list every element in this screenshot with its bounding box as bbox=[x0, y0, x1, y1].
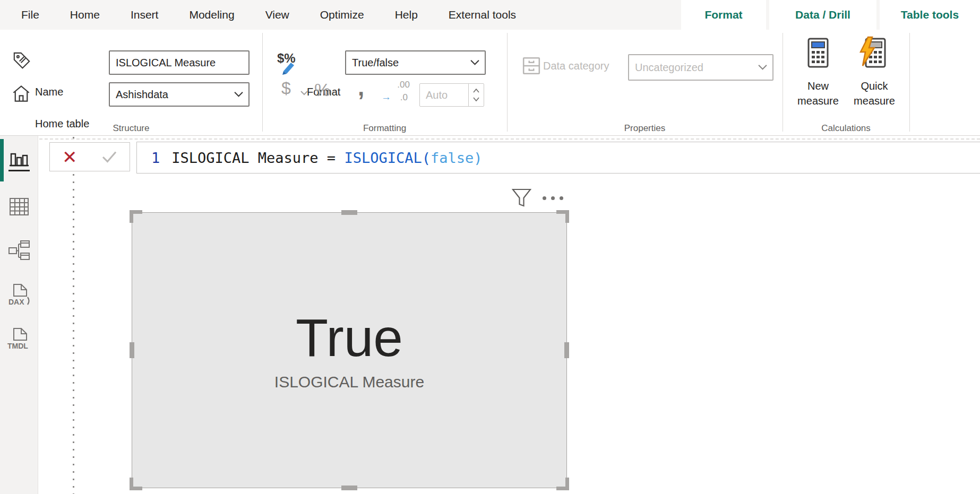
data-category-value: Uncategorized bbox=[629, 62, 703, 74]
group-label-structure: Structure bbox=[0, 123, 262, 134]
measure-name-input[interactable] bbox=[109, 50, 250, 75]
name-field-label: Name bbox=[35, 86, 63, 98]
new-measure-label: New measure bbox=[790, 79, 846, 108]
home-icon bbox=[12, 84, 31, 106]
chevron-down-icon bbox=[470, 60, 479, 66]
formula-function-token: ISLOGICAL( bbox=[344, 150, 431, 166]
svg-text:DAX: DAX bbox=[8, 298, 24, 306]
formula-expression-text: ISLOGICAL Measure = bbox=[171, 150, 344, 166]
resize-handle-right[interactable] bbox=[564, 342, 569, 358]
tab-table-tools[interactable]: Table tools bbox=[880, 0, 980, 30]
sidebar-item-model-view[interactable] bbox=[0, 230, 38, 271]
ribbon-divider bbox=[909, 33, 910, 132]
dax-formula-input[interactable]: 1 ISLOGICAL Measure = ISLOGICAL( false ) bbox=[136, 142, 980, 174]
quick-measure-button[interactable]: Quick measure bbox=[846, 37, 902, 128]
resize-handle-left[interactable] bbox=[130, 342, 134, 358]
new-measure-icon bbox=[806, 37, 830, 71]
visual-filter-icon[interactable] bbox=[511, 188, 532, 210]
formula-close-paren: ) bbox=[474, 150, 482, 166]
workspace: DAX TMDL ✕ 1 ISLOGICAL Measure = ISLOGIC… bbox=[0, 136, 980, 494]
currency-format-button: $ bbox=[281, 79, 291, 98]
formula-commit-box: ✕ bbox=[49, 142, 130, 171]
menu-insert[interactable]: Insert bbox=[115, 0, 174, 30]
home-table-dropdown[interactable]: Ashishdata bbox=[109, 82, 250, 107]
card-value: True bbox=[296, 310, 403, 366]
card-data-label: ISLOGICAL Measure bbox=[274, 373, 424, 391]
currency-chevron-icon bbox=[300, 88, 308, 98]
menu-optimize[interactable]: Optimize bbox=[305, 0, 380, 30]
report-view-selected-underline bbox=[8, 170, 30, 171]
menu-help[interactable]: Help bbox=[380, 0, 433, 30]
table-view-icon bbox=[8, 197, 30, 217]
sidebar-item-dax-query-view[interactable]: DAX bbox=[0, 275, 38, 315]
chevron-down-icon bbox=[758, 65, 767, 71]
thousands-separator-button: , bbox=[358, 74, 364, 101]
resize-handle-top[interactable] bbox=[341, 210, 357, 215]
new-measure-button[interactable]: New measure bbox=[790, 37, 846, 128]
group-label-calculations: Calculations bbox=[783, 123, 909, 134]
resize-handle-bottom[interactable] bbox=[341, 486, 357, 490]
dax-query-view-icon: DAX bbox=[7, 283, 31, 307]
formula-bar-splitter[interactable] bbox=[39, 138, 980, 140]
card-visual-container: True ISLOGICAL Measure bbox=[130, 210, 569, 490]
resize-handle-top-right[interactable] bbox=[556, 210, 569, 223]
pane-splitter-dotted-line[interactable] bbox=[73, 137, 74, 494]
auto-value: Auto bbox=[420, 89, 448, 101]
visual-more-options-button[interactable] bbox=[543, 196, 563, 200]
report-view-icon bbox=[8, 150, 30, 171]
commit-formula-button bbox=[101, 151, 117, 163]
card-visual[interactable]: True ISLOGICAL Measure bbox=[132, 212, 567, 488]
svg-text:TMDL: TMDL bbox=[7, 342, 28, 350]
ribbon-group-structure: Name Home table Ashishdata Structure bbox=[0, 30, 262, 136]
data-category-icon bbox=[522, 56, 541, 77]
group-label-properties: Properties bbox=[507, 123, 783, 134]
format-value: True/false bbox=[346, 57, 399, 69]
menu-modeling[interactable]: Modeling bbox=[174, 0, 250, 30]
ribbon-group-formatting: $% Format True/false $ % , .00 → bbox=[262, 30, 507, 136]
decimal-auto-spinner: Auto bbox=[419, 83, 484, 107]
format-dropdown[interactable]: True/false bbox=[345, 50, 486, 75]
home-table-value: Ashishdata bbox=[110, 89, 168, 101]
ribbon-group-properties: Data category Uncategorized Properties bbox=[507, 30, 783, 136]
cancel-formula-button[interactable]: ✕ bbox=[62, 148, 78, 166]
quick-measure-label: Quick measure bbox=[846, 79, 902, 108]
tab-format[interactable]: Format bbox=[681, 0, 766, 30]
resize-handle-bottom-left[interactable] bbox=[130, 478, 142, 490]
menubar: File Home Insert Modeling View Optimize … bbox=[0, 0, 980, 30]
model-view-icon bbox=[8, 240, 30, 261]
menu-view[interactable]: View bbox=[250, 0, 305, 30]
tag-icon bbox=[13, 51, 31, 72]
formula-keyword-token: false bbox=[431, 150, 474, 166]
menu-home[interactable]: Home bbox=[55, 0, 115, 30]
sidebar-item-tmdl-view[interactable]: TMDL bbox=[0, 319, 38, 359]
lightning-icon bbox=[857, 36, 876, 68]
decimal-arrow-icon: → bbox=[381, 91, 391, 103]
sidebar-item-table-view[interactable] bbox=[0, 187, 38, 227]
formula-line-number: 1 bbox=[151, 150, 160, 166]
view-sidebar: DAX TMDL bbox=[0, 136, 38, 494]
chevron-down-icon bbox=[234, 92, 243, 98]
tmdl-view-icon: TMDL bbox=[6, 327, 32, 351]
quick-measure-icon bbox=[862, 37, 887, 71]
menu-external-tools[interactable]: External tools bbox=[433, 0, 531, 30]
data-category-dropdown: Uncategorized bbox=[628, 54, 773, 81]
spinner-up-icon bbox=[473, 89, 479, 93]
resize-handle-top-left[interactable] bbox=[130, 210, 142, 223]
menu-file[interactable]: File bbox=[6, 0, 55, 30]
resize-handle-bottom-right[interactable] bbox=[556, 478, 569, 490]
tab-data-drill[interactable]: Data / Drill bbox=[769, 0, 876, 30]
ribbon: Name Home table Ashishdata Structure $% bbox=[0, 30, 980, 136]
ribbon-group-calculations: New measure bbox=[783, 30, 909, 136]
group-label-formatting: Formatting bbox=[262, 123, 507, 134]
data-category-label: Data category bbox=[543, 60, 609, 72]
percent-format-button: % bbox=[314, 80, 330, 100]
sidebar-item-report-view[interactable] bbox=[0, 140, 38, 180]
spinner-down-icon bbox=[473, 97, 479, 101]
decimal-places-stepper: .00 → .0 bbox=[381, 80, 410, 103]
powerbi-window: File Home Insert Modeling View Optimize … bbox=[0, 0, 980, 494]
